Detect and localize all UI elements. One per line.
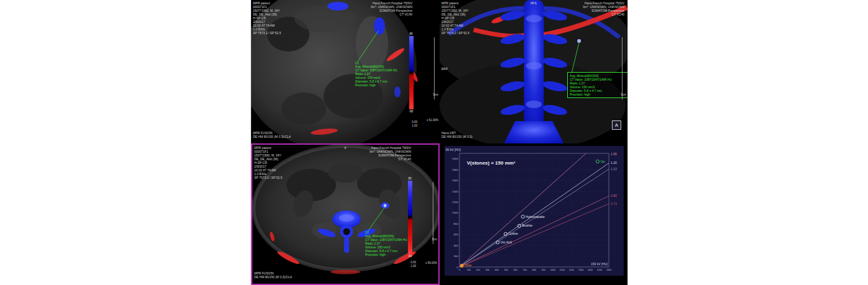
x-tick-label: 1400 (588, 269, 593, 271)
y-tick-label: 1200 (452, 201, 458, 204)
colorbar-gradient (409, 36, 414, 109)
marker-uric-acid[interactable] (496, 241, 499, 244)
text-line: Precision: high (570, 93, 627, 96)
x-tick-label: 1600 (606, 269, 611, 271)
stone-measurement-label: Avg. Mineral(80/150)CT Value: 1087/2047/… (567, 72, 627, 98)
chart-svg: 1.551.201.130.820.7302004006008001000120… (445, 146, 624, 276)
marker-brushite[interactable] (518, 224, 521, 227)
text-line: DE HM 80/150 (M 0.3)/CLA (254, 275, 292, 279)
stone-measurement-label: [1]Avg. Mineral(80/150)CT Value: 1087/20… (365, 230, 407, 256)
series-info: MPR FUSIONDE HM 80/150 (M 0.3)/CLA (254, 271, 292, 279)
colorbar-gradient (408, 181, 412, 254)
viewport-mpr-axial-active[interactable]: MPR patient000071F1150771992, M, 34YDE_D… (251, 143, 440, 285)
text-line: 1.00 (410, 265, 416, 268)
scale-label: 5cm (621, 93, 626, 97)
ratio-label: 1.20 (611, 161, 617, 165)
y-tick-label: 1600 (452, 179, 458, 182)
marker-uric-acid-label: Uric Acid (500, 241, 512, 244)
scale-ruler (622, 37, 622, 99)
x-tick-label: 900 (541, 269, 545, 271)
y-tick-label: 400 (454, 244, 459, 247)
window-center-values: 0.001.00 (410, 261, 416, 268)
study-info: Hano French Hospital 7500VIlm*: UNKNOWN,… (370, 146, 411, 161)
x-tick-label: 1500 (597, 269, 602, 271)
scale-label: 5cm (432, 238, 437, 242)
text-line: DE HM 80/150 (M 0.3)/CLA (253, 135, 291, 138)
orientation-label-top: A (344, 146, 346, 150)
x-tick-label: 200 (476, 269, 480, 271)
viewport-mpr-fusion-top[interactable]: MPR patient000071F1150771992, M, 34YDE_D… (251, 0, 440, 143)
ratio-label: 0.82 (611, 194, 617, 197)
study-info: Hano French Hospital 7500VIlm*: UNKNOWN,… (583, 1, 624, 16)
y-tick-label: 1400 (452, 190, 458, 193)
y-tick-label: 0 (457, 266, 459, 269)
orientation-label-top: HFS (531, 1, 537, 5)
ratio-label: 1.55 (611, 152, 617, 156)
text-line: SP T573.2 / SP 52.5 (253, 31, 281, 35)
text-line: DE HM 80/150 (M 0.3) (441, 135, 472, 138)
marker-hydroxyapatite[interactable] (521, 215, 525, 218)
ratio-label: 1.13 (611, 167, 617, 171)
text-line: SP T573.2 / SP 52.5 (254, 176, 282, 179)
text-line: 0.00 (412, 120, 417, 124)
fusion-colorbar[interactable]: 80 -80 (409, 32, 414, 113)
marker-urine[interactable] (460, 264, 463, 267)
scale-ruler (434, 37, 435, 99)
patient-info: MPR patient000071F1150771992, M, 34YDE_D… (254, 146, 282, 179)
x-tick-label: 400 (495, 269, 498, 271)
colorbar-max-label: 80 (407, 177, 412, 180)
text-line: 0.00 (410, 261, 416, 265)
scale-ruler (433, 182, 433, 244)
viewport-stone-chart[interactable]: 1.551.201.130.820.7302004006008001000120… (440, 143, 627, 285)
x-tick-label: 800 (532, 269, 536, 271)
fusion-colorbar[interactable]: 80 -80 (407, 177, 412, 258)
x-tick-label: 1200 (569, 269, 574, 271)
dual-energy-ct-workspace: MPR patient000071F1150771992, M, 34YDE_D… (250, 0, 628, 285)
x-tick-label: 1100 (560, 269, 565, 271)
marker-opt-label: Opt (600, 160, 605, 163)
colorbar-min-label: -80 (409, 110, 414, 113)
series-info: Hano VRTDE HM 80/150 (M 0.3) (441, 131, 472, 138)
x-tick-label: 700 (523, 269, 526, 271)
stone-characterization-chart: 1.551.201.130.820.7302004006008001000120… (445, 146, 624, 276)
y-tick-label: 800 (454, 222, 459, 225)
marker-opt[interactable] (596, 160, 599, 163)
text-line: Precision: high (355, 83, 397, 87)
y-tick-label: 600 (454, 233, 459, 236)
y-tick-label: 1000 (452, 211, 458, 214)
colorbar-max-label: 80 (409, 32, 414, 35)
orientation-label-left: RFP (441, 67, 448, 71)
marker-urine-label: Urine (464, 264, 471, 267)
y-axis-title: 80 kV [HU] (446, 148, 461, 152)
text-line: CT VC40 (370, 157, 411, 161)
x-axis-title: 150 kV [HU] (591, 262, 608, 266)
zoom-label: s 51.00% (427, 119, 438, 122)
x-tick-label: 1300 (578, 269, 583, 271)
y-tick-label: 200 (454, 255, 459, 258)
text-line: SP T573.2 / SP 52.5 (441, 31, 469, 35)
volume-annotation: V(stones) = 150 mm³ (467, 160, 515, 166)
text-line: Precision: high (365, 253, 407, 256)
series-info: MPR FUSIONDE HM 80/150 (M 0.3)/CLA (253, 131, 291, 138)
viewport-vrt-3d[interactable]: MPR patient000071F1150771992, M, 34YDE_D… (440, 0, 627, 143)
marker-cystine-label: Cystine (508, 232, 518, 235)
x-tick-label: 100 (467, 269, 471, 271)
x-tick-label: 300 (485, 269, 489, 271)
marker-hydroxyapatite-label: Hydroxyapatite (526, 215, 545, 219)
x-tick-label: 1000 (550, 269, 555, 271)
orientation-cube[interactable]: A (612, 120, 621, 130)
ratio-line-1.55 (459, 153, 586, 267)
text-line: CT VC40 (371, 12, 412, 16)
ratio-label: 0.73 (611, 202, 617, 206)
text-line: CT VC40 (583, 12, 624, 16)
study-info: Hano French Hospital 7500VIlm*: UNKNOWN,… (371, 1, 412, 16)
stone-measurement-label: [1]Avg. Mineral(80/150)CT Value: 1087/20… (355, 61, 397, 87)
patient-info: MPR patient000071F1150771992, M, 34YDE_D… (441, 1, 469, 35)
y-tick-label: 2000 (452, 157, 458, 160)
colorbar-min-label: -80 (407, 255, 412, 258)
zoom-label: s 56.00% (425, 261, 437, 265)
x-tick-label: 0 (459, 269, 460, 271)
marker-brushite-label: Brushite (522, 224, 533, 227)
y-tick-label: 1800 (452, 168, 458, 171)
patient-info: MPR patient000071F1150771992, M, 34YDE_D… (253, 1, 281, 35)
